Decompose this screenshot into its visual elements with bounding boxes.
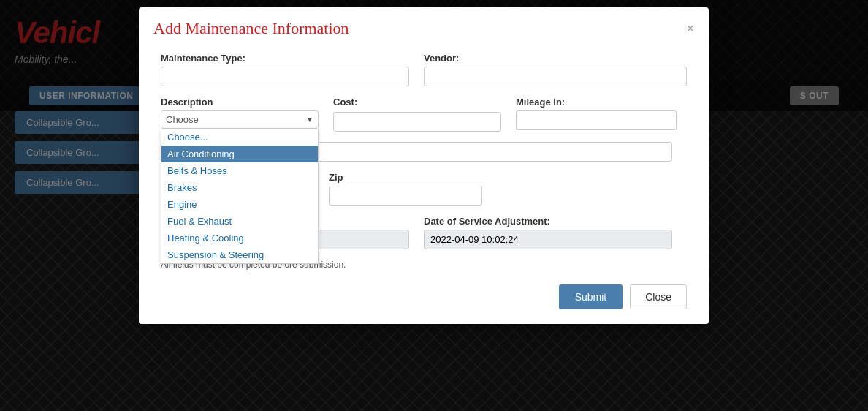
- modal-close-button[interactable]: ×: [686, 22, 694, 35]
- dropdown-option-brakes[interactable]: Brakes: [161, 179, 318, 196]
- submit-button[interactable]: Submit: [559, 284, 623, 309]
- date-of-service-adjustment-group: Date of Service Adjustment:: [424, 216, 672, 249]
- row-maintenance-vendor: Maintenance Type: Vendor:: [161, 53, 687, 86]
- modal-body: Maintenance Type: Vendor: Description Ch…: [139, 45, 709, 324]
- maintenance-type-label: Maintenance Type:: [161, 53, 409, 64]
- modal-header: Add Maintenance Information ×: [139, 7, 709, 45]
- zip-group: Zip: [329, 172, 482, 206]
- description-value: Choose: [166, 114, 306, 125]
- dropdown-option-suspension-steering[interactable]: Suspension & Steering: [161, 246, 318, 263]
- mileage-in-label: Mileage In:: [516, 97, 677, 108]
- dropdown-option-engine[interactable]: Engine: [161, 196, 318, 213]
- description-select[interactable]: Choose ▼: [161, 110, 319, 129]
- dropdown-option-heating-cooling[interactable]: Heating & Cooling: [161, 230, 318, 246]
- cost-group: Cost:: [333, 97, 501, 132]
- maintenance-type-group: Maintenance Type:: [161, 53, 409, 86]
- row-description-cost-mileage: Description Choose ▼ Choose... Air Condi…: [161, 97, 687, 132]
- modal-title: Add Maintenance Information: [153, 19, 349, 38]
- description-group: Description Choose ▼ Choose... Air Condi…: [161, 97, 319, 129]
- vendor-group: Vendor:: [424, 53, 687, 86]
- zip-input[interactable]: [329, 186, 482, 206]
- cost-input[interactable]: [333, 112, 501, 132]
- description-label: Description: [161, 97, 319, 108]
- dropdown-option-choose[interactable]: Choose...: [161, 129, 318, 146]
- vendor-input[interactable]: [424, 67, 687, 86]
- dropdown-option-fuel-exhaust[interactable]: Fuel & Exhaust: [161, 213, 318, 230]
- close-button[interactable]: Close: [630, 284, 687, 309]
- dropdown-option-air-conditioning[interactable]: Air Conditioning: [161, 146, 318, 162]
- modal-footer: Submit Close: [161, 280, 687, 309]
- description-dropdown-list: Choose... Air Conditioning Belts & Hoses…: [161, 129, 319, 264]
- mileage-in-group: Mileage In:: [516, 97, 677, 130]
- vendor-label: Vendor:: [424, 53, 687, 64]
- mileage-in-input[interactable]: [516, 110, 677, 130]
- cost-label: Cost:: [333, 97, 501, 108]
- chevron-down-icon: ▼: [306, 116, 313, 124]
- date-of-service-adjustment-label: Date of Service Adjustment:: [424, 216, 672, 227]
- zip-label: Zip: [329, 172, 482, 183]
- modal: Add Maintenance Information × Maintenanc…: [139, 7, 709, 324]
- date-of-service-adjustment-input[interactable]: [424, 230, 672, 249]
- maintenance-type-input[interactable]: [161, 67, 409, 86]
- dropdown-option-belts-hoses[interactable]: Belts & Hoses: [161, 162, 318, 179]
